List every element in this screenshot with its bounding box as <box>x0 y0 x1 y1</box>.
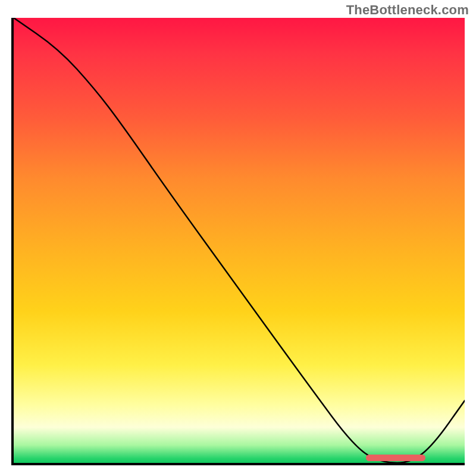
optimum-marker <box>366 455 425 461</box>
bottleneck-curve <box>14 18 465 463</box>
bottleneck-curve-path <box>14 18 465 463</box>
watermark-text: TheBottleneck.com <box>346 2 469 18</box>
chart-area <box>11 18 465 465</box>
